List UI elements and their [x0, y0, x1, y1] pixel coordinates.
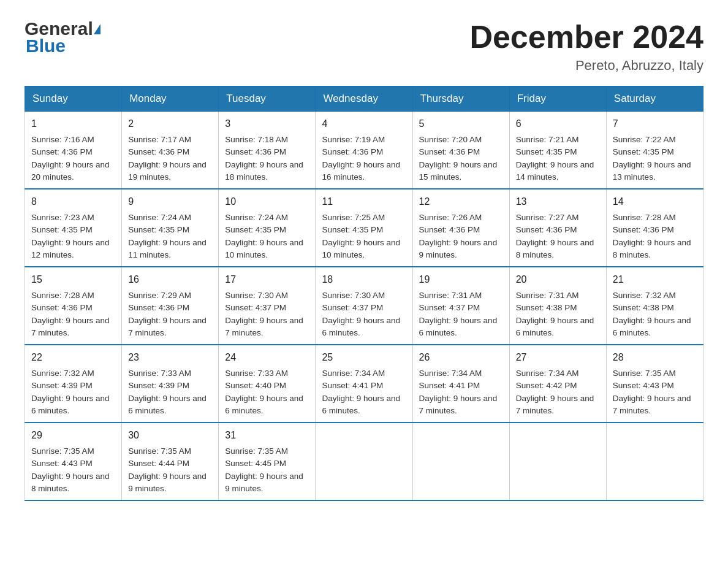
sunset-label: Sunset: 4:35 PM [225, 225, 286, 234]
calendar-week-row: 29Sunrise: 7:35 AMSunset: 4:43 PMDayligh… [25, 423, 703, 500]
day-number: 15 [31, 272, 115, 287]
day-number: 11 [322, 194, 406, 209]
calendar-week-row: 1Sunrise: 7:16 AMSunset: 4:36 PMDaylight… [25, 112, 703, 190]
daylight-label: Daylight: 9 hours and 10 minutes. [225, 238, 303, 259]
daylight-label: Daylight: 9 hours and 6 minutes. [128, 394, 207, 415]
daylight-label: Daylight: 9 hours and 6 minutes. [322, 394, 400, 415]
calendar-cell: 27Sunrise: 7:34 AMSunset: 4:42 PMDayligh… [509, 345, 606, 423]
day-number: 10 [225, 194, 309, 209]
sunset-label: Sunset: 4:36 PM [322, 147, 383, 156]
title-block: December 2024 Pereto, Abruzzo, Italy [469, 18, 703, 74]
col-header-wednesday: Wednesday [316, 86, 412, 112]
day-number: 7 [613, 117, 697, 131]
day-number: 23 [128, 350, 212, 365]
calendar-cell: 17Sunrise: 7:30 AMSunset: 4:37 PMDayligh… [219, 267, 316, 345]
day-number: 8 [31, 194, 115, 209]
day-number: 6 [516, 117, 600, 131]
sunrise-label: Sunrise: 7:34 AM [322, 369, 385, 378]
sunrise-label: Sunrise: 7:34 AM [419, 369, 482, 378]
calendar-cell: 31Sunrise: 7:35 AMSunset: 4:45 PMDayligh… [219, 423, 316, 500]
page-header: General Blue December 2024 Pereto, Abruz… [25, 18, 703, 74]
sunset-label: Sunset: 4:39 PM [128, 381, 189, 390]
sunset-label: Sunset: 4:35 PM [31, 225, 93, 234]
daylight-label: Daylight: 9 hours and 20 minutes. [31, 160, 110, 182]
sunset-label: Sunset: 4:43 PM [31, 459, 93, 468]
day-number: 1 [31, 117, 115, 131]
calendar-cell: 9Sunrise: 7:24 AMSunset: 4:35 PMDaylight… [122, 189, 219, 267]
sunset-label: Sunset: 4:35 PM [128, 225, 189, 234]
day-number: 21 [613, 272, 697, 287]
day-number: 18 [322, 272, 406, 287]
sunset-label: Sunset: 4:35 PM [322, 225, 383, 234]
day-number: 24 [225, 350, 309, 365]
sunrise-label: Sunrise: 7:35 AM [31, 446, 94, 456]
calendar-cell: 3Sunrise: 7:18 AMSunset: 4:36 PMDaylight… [219, 112, 316, 190]
calendar-cell [606, 423, 703, 500]
daylight-label: Daylight: 9 hours and 9 minutes. [128, 472, 207, 493]
daylight-label: Daylight: 9 hours and 11 minutes. [128, 238, 207, 259]
sunset-label: Sunset: 4:36 PM [419, 147, 480, 156]
daylight-label: Daylight: 9 hours and 8 minutes. [516, 238, 594, 259]
sunrise-label: Sunrise: 7:25 AM [322, 213, 385, 222]
sunset-label: Sunset: 4:44 PM [128, 459, 189, 468]
daylight-label: Daylight: 9 hours and 6 minutes. [613, 316, 691, 337]
logo-triangle-icon [94, 24, 100, 34]
calendar-cell: 1Sunrise: 7:16 AMSunset: 4:36 PMDaylight… [25, 112, 122, 190]
sunset-label: Sunset: 4:38 PM [516, 303, 577, 312]
daylight-label: Daylight: 9 hours and 12 minutes. [31, 238, 110, 259]
sunset-label: Sunset: 4:39 PM [31, 381, 93, 390]
calendar-cell: 4Sunrise: 7:19 AMSunset: 4:36 PMDaylight… [316, 112, 412, 190]
daylight-label: Daylight: 9 hours and 19 minutes. [128, 160, 207, 182]
daylight-label: Daylight: 9 hours and 6 minutes. [419, 316, 498, 337]
day-number: 29 [31, 428, 115, 443]
daylight-label: Daylight: 9 hours and 7 minutes. [225, 316, 303, 337]
calendar-cell: 10Sunrise: 7:24 AMSunset: 4:35 PMDayligh… [219, 189, 316, 267]
day-number: 19 [419, 272, 503, 287]
sunset-label: Sunset: 4:40 PM [225, 381, 286, 390]
sunset-label: Sunset: 4:36 PM [613, 225, 674, 234]
sunrise-label: Sunrise: 7:32 AM [31, 369, 94, 378]
sunrise-label: Sunrise: 7:17 AM [128, 135, 191, 144]
location: Pereto, Abruzzo, Italy [469, 58, 703, 74]
sunrise-label: Sunrise: 7:35 AM [613, 369, 676, 378]
day-number: 4 [322, 117, 406, 131]
sunset-label: Sunset: 4:45 PM [225, 459, 286, 468]
sunrise-label: Sunrise: 7:34 AM [516, 369, 579, 378]
sunrise-label: Sunrise: 7:30 AM [322, 291, 385, 300]
sunrise-label: Sunrise: 7:31 AM [516, 291, 579, 300]
sunrise-label: Sunrise: 7:23 AM [31, 213, 94, 222]
day-number: 27 [516, 350, 600, 365]
col-header-saturday: Saturday [606, 86, 703, 112]
day-number: 22 [31, 350, 115, 365]
sunrise-label: Sunrise: 7:29 AM [128, 291, 191, 300]
calendar-cell: 8Sunrise: 7:23 AMSunset: 4:35 PMDaylight… [25, 189, 122, 267]
calendar-cell: 25Sunrise: 7:34 AMSunset: 4:41 PMDayligh… [316, 345, 412, 423]
calendar-week-row: 15Sunrise: 7:28 AMSunset: 4:36 PMDayligh… [25, 267, 703, 345]
day-number: 13 [516, 194, 600, 209]
sunrise-label: Sunrise: 7:22 AM [613, 135, 676, 144]
day-number: 5 [419, 117, 503, 131]
calendar-cell [412, 423, 509, 500]
daylight-label: Daylight: 9 hours and 18 minutes. [225, 160, 303, 182]
calendar-cell: 30Sunrise: 7:35 AMSunset: 4:44 PMDayligh… [122, 423, 219, 500]
calendar-cell: 14Sunrise: 7:28 AMSunset: 4:36 PMDayligh… [606, 189, 703, 267]
day-number: 17 [225, 272, 309, 287]
daylight-label: Daylight: 9 hours and 7 minutes. [516, 394, 594, 415]
daylight-label: Daylight: 9 hours and 15 minutes. [419, 160, 498, 182]
sunrise-label: Sunrise: 7:19 AM [322, 135, 385, 144]
daylight-label: Daylight: 9 hours and 9 minutes. [419, 238, 498, 259]
calendar-cell: 15Sunrise: 7:28 AMSunset: 4:36 PMDayligh… [25, 267, 122, 345]
day-number: 25 [322, 350, 406, 365]
calendar-cell: 12Sunrise: 7:26 AMSunset: 4:36 PMDayligh… [412, 189, 509, 267]
calendar-cell: 2Sunrise: 7:17 AMSunset: 4:36 PMDaylight… [122, 112, 219, 190]
day-number: 14 [613, 194, 697, 209]
calendar-cell: 7Sunrise: 7:22 AMSunset: 4:35 PMDaylight… [606, 112, 703, 190]
calendar-cell: 11Sunrise: 7:25 AMSunset: 4:35 PMDayligh… [316, 189, 412, 267]
sunrise-label: Sunrise: 7:35 AM [225, 446, 288, 456]
day-number: 20 [516, 272, 600, 287]
day-number: 3 [225, 117, 309, 131]
col-header-sunday: Sunday [25, 86, 122, 112]
calendar-cell: 23Sunrise: 7:33 AMSunset: 4:39 PMDayligh… [122, 345, 219, 423]
col-header-thursday: Thursday [412, 86, 509, 112]
daylight-label: Daylight: 9 hours and 16 minutes. [322, 160, 400, 182]
